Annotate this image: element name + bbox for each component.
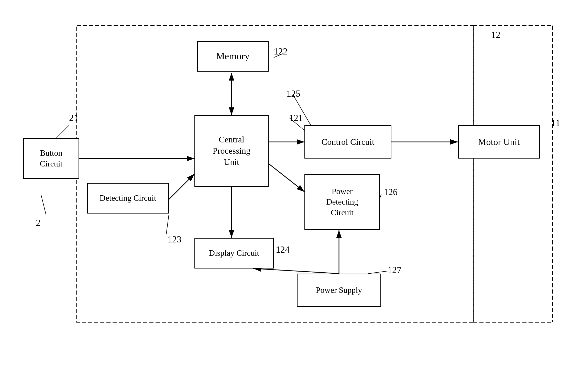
svg-line-22 — [166, 215, 169, 234]
label-2: 2 — [36, 217, 40, 228]
svg-line-12 — [269, 164, 304, 192]
label-127: 127 — [388, 265, 401, 275]
power-supply-label: Power Supply — [316, 285, 362, 296]
svg-line-17 — [41, 194, 46, 215]
button-circuit-block: ButtonCircuit — [23, 138, 79, 179]
label-126: 126 — [384, 187, 398, 197]
label-21: 21 — [69, 113, 78, 123]
power-detecting-label: PowerDetectingCircuit — [326, 186, 358, 218]
motor-unit-label: Motor Unit — [478, 136, 520, 148]
svg-line-14 — [253, 268, 339, 274]
svg-rect-2 — [77, 26, 473, 322]
label-122: 122 — [274, 46, 288, 57]
detecting-circuit-label: Detecting Circuit — [100, 193, 156, 204]
label-124: 124 — [276, 244, 290, 255]
control-circuit-label: Control Circuit — [322, 136, 375, 148]
power-detecting-block: PowerDetectingCircuit — [304, 174, 380, 230]
control-circuit-block: Control Circuit — [304, 125, 391, 159]
detecting-circuit-block: Detecting Circuit — [87, 183, 169, 214]
label-12: 12 — [491, 29, 500, 40]
cpu-label: CentralProcessingUnit — [213, 134, 250, 168]
svg-line-20 — [368, 271, 388, 274]
memory-label: Memory — [216, 50, 250, 62]
memory-block: Memory — [197, 41, 269, 72]
button-circuit-label: ButtonCircuit — [40, 148, 63, 169]
display-circuit-label: Display Circuit — [209, 248, 259, 259]
label-11: 11 — [551, 118, 560, 128]
diagram-container: ButtonCircuit Memory CentralProcessingUn… — [15, 15, 567, 377]
display-circuit-block: Display Circuit — [194, 238, 274, 268]
motor-unit-block: Motor Unit — [458, 125, 540, 159]
label-123: 123 — [168, 234, 181, 245]
power-supply-block: Power Supply — [297, 274, 381, 307]
label-125: 125 — [287, 88, 300, 99]
svg-line-11 — [169, 174, 194, 199]
label-121: 121 — [289, 113, 303, 123]
cpu-block: CentralProcessingUnit — [194, 115, 269, 187]
